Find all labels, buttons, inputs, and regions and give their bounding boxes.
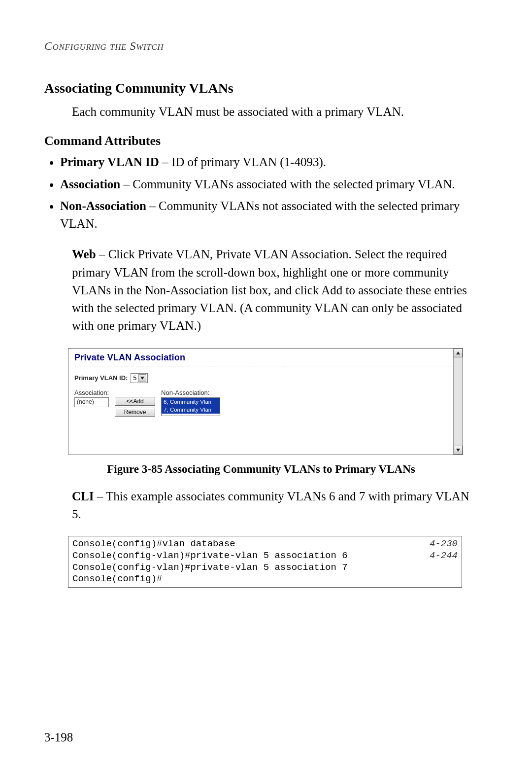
- scrollbar[interactable]: [453, 349, 463, 455]
- scroll-down-icon[interactable]: [454, 446, 463, 455]
- figure-inner: Private VLAN Association Primary VLAN ID…: [68, 349, 463, 422]
- association-listbox[interactable]: (none): [74, 397, 109, 407]
- list-item[interactable]: 7, Community Vlan: [162, 406, 220, 414]
- pvid-row: Primary VLAN ID: 5: [74, 373, 457, 383]
- cli-line: Console(config-vlan)#private-vlan 5 asso…: [72, 550, 458, 562]
- pvid-select[interactable]: 5: [131, 373, 148, 383]
- page: Configuring the Switch Associating Commu…: [0, 0, 532, 774]
- attr-primary-vlan-id: Primary VLAN ID – ID of primary VLAN (1-…: [60, 153, 478, 171]
- button-column: <<Add Remove: [115, 389, 155, 417]
- cli-line: Console(config)#: [72, 573, 458, 585]
- chevron-down-icon[interactable]: [138, 374, 146, 382]
- attr-non-association: Non-Association – Community VLANs not as…: [60, 197, 478, 233]
- command-attributes-heading: Command Attributes: [44, 134, 478, 148]
- cli-label: CLI: [72, 490, 94, 503]
- cli-cmd: Console(config)#vlan database: [72, 538, 235, 550]
- attr-desc: – Community VLANs associated with the se…: [120, 177, 455, 191]
- cli-paragraph: CLI – This example associates community …: [72, 488, 478, 524]
- web-text: – Click Private VLAN, Private VLAN Assoc…: [72, 247, 467, 332]
- attributes-list: Primary VLAN ID – ID of primary VLAN (1-…: [44, 153, 478, 233]
- pvid-label: Primary VLAN ID:: [74, 374, 128, 382]
- attr-desc: – ID of primary VLAN (1-4093).: [159, 155, 326, 169]
- pvid-value: 5: [133, 375, 136, 382]
- figure-screenshot: Private VLAN Association Primary VLAN ID…: [68, 348, 463, 455]
- attr-association: Association – Community VLANs associated…: [60, 176, 478, 193]
- non-association-listbox[interactable]: 6, Community Vlan 7, Community Vlan: [161, 397, 220, 416]
- svg-marker-0: [140, 377, 144, 380]
- cli-text: – This example associates community VLAN…: [72, 490, 469, 521]
- attr-term: Primary VLAN ID: [60, 155, 159, 169]
- list-item[interactable]: 6, Community Vlan: [162, 398, 220, 406]
- remove-button[interactable]: Remove: [115, 408, 155, 417]
- add-button[interactable]: <<Add: [115, 397, 155, 406]
- section-title: Associating Community VLANs: [44, 80, 478, 96]
- non-association-column: Non-Association: 6, Community Vlan 7, Co…: [161, 389, 220, 416]
- attr-term: Association: [60, 177, 120, 191]
- cli-box: Console(config)#vlan database 4-230 Cons…: [68, 536, 462, 588]
- figure-caption: Figure 3-85 Associating Community VLANs …: [44, 463, 478, 476]
- svg-marker-1: [456, 352, 460, 354]
- running-header: Configuring the Switch: [44, 39, 478, 53]
- section-intro: Each community VLAN must be associated w…: [72, 103, 478, 121]
- association-value: (none): [77, 398, 94, 405]
- cli-ref: 4-230: [430, 538, 458, 550]
- cli-line: Console(config-vlan)#private-vlan 5 asso…: [72, 562, 458, 574]
- svg-marker-2: [456, 449, 460, 452]
- running-header-text: Configuring the Switch: [44, 39, 164, 52]
- association-label: Association:: [74, 389, 109, 396]
- cli-cmd: Console(config-vlan)#private-vlan 5 asso…: [72, 550, 348, 562]
- panel-title: Private VLAN Association: [74, 352, 457, 366]
- cli-cmd: Console(config-vlan)#private-vlan 5 asso…: [72, 562, 348, 574]
- cli-line: Console(config)#vlan database 4-230: [72, 538, 458, 550]
- association-column: Association: (none): [74, 389, 109, 407]
- page-number: 3-198: [44, 731, 73, 744]
- lists-row: Association: (none) <<Add Remove Non-Ass…: [74, 389, 457, 417]
- scroll-up-icon[interactable]: [454, 349, 463, 357]
- attr-term: Non-Association: [60, 199, 146, 212]
- web-label: Web: [72, 247, 96, 261]
- web-paragraph: Web – Click Private VLAN, Private VLAN A…: [72, 246, 478, 335]
- non-association-label: Non-Association:: [161, 389, 220, 396]
- cli-cmd: Console(config)#: [72, 573, 162, 585]
- cli-ref: 4-244: [430, 550, 458, 562]
